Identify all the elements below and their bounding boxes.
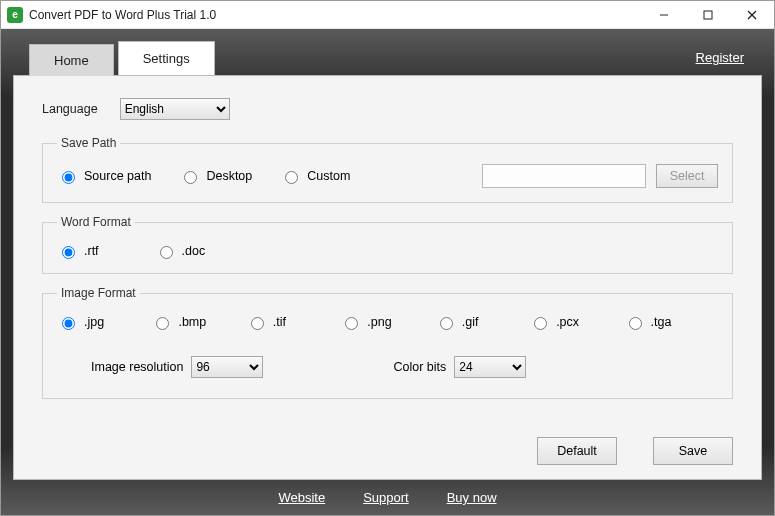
radio-doc-label: .doc [182, 244, 206, 258]
radio-png[interactable]: .png [340, 314, 434, 330]
main-chrome: Home Settings Register Language English … [1, 29, 774, 515]
imageformat-group: Image Format .jpg .bmp .tif .png .gif .p… [42, 286, 733, 399]
close-button[interactable] [730, 1, 774, 29]
radio-bmp[interactable]: .bmp [151, 314, 245, 330]
tab-settings[interactable]: Settings [118, 41, 215, 75]
savepath-legend: Save Path [57, 136, 120, 150]
language-select[interactable]: English [120, 98, 230, 120]
app-window: e Convert PDF to Word Plus Trial 1.0 Hom… [0, 0, 775, 516]
radio-rtf-label: .rtf [84, 244, 99, 258]
radio-tif-label: .tif [273, 315, 286, 329]
window-buttons [642, 1, 774, 29]
custom-path-input[interactable] [482, 164, 646, 188]
website-link[interactable]: Website [278, 490, 325, 505]
color-bits-select[interactable]: 24 [454, 356, 526, 378]
radio-custom[interactable]: Custom [280, 168, 350, 184]
footer-links: Website Support Buy now [13, 480, 762, 505]
maximize-button[interactable] [686, 1, 730, 29]
default-button[interactable]: Default [537, 437, 617, 465]
image-resolution-select[interactable]: 96 [191, 356, 263, 378]
radio-doc[interactable]: .doc [155, 243, 206, 259]
radio-jpg-label: .jpg [84, 315, 104, 329]
radio-source-path-label: Source path [84, 169, 151, 183]
titlebar: e Convert PDF to Word Plus Trial 1.0 [1, 1, 774, 29]
wordformat-group: Word Format .rtf .doc [42, 215, 733, 274]
minimize-button[interactable] [642, 1, 686, 29]
radio-source-path[interactable]: Source path [57, 168, 151, 184]
select-path-button[interactable]: Select [656, 164, 718, 188]
radio-tga-label: .tga [651, 315, 672, 329]
radio-tif[interactable]: .tif [246, 314, 340, 330]
imageformat-legend: Image Format [57, 286, 140, 300]
radio-rtf[interactable]: .rtf [57, 243, 99, 259]
action-row: Default Save [42, 427, 733, 465]
tabstrip: Home Settings Register [13, 41, 762, 75]
wordformat-legend: Word Format [57, 215, 135, 229]
language-row: Language English [42, 98, 733, 120]
image-resolution-label: Image resolution [91, 360, 183, 374]
radio-gif-label: .gif [462, 315, 479, 329]
save-button[interactable]: Save [653, 437, 733, 465]
radio-png-label: .png [367, 315, 391, 329]
radio-desktop[interactable]: Desktop [179, 168, 252, 184]
radio-pcx[interactable]: .pcx [529, 314, 623, 330]
radio-bmp-label: .bmp [178, 315, 206, 329]
svg-rect-1 [704, 11, 712, 19]
register-link[interactable]: Register [696, 50, 744, 65]
radio-gif[interactable]: .gif [435, 314, 529, 330]
tab-home[interactable]: Home [29, 44, 114, 76]
color-bits-label: Color bits [393, 360, 446, 374]
language-label: Language [42, 102, 98, 116]
buy-now-link[interactable]: Buy now [447, 490, 497, 505]
app-icon: e [7, 7, 23, 23]
radio-pcx-label: .pcx [556, 315, 579, 329]
radio-tga[interactable]: .tga [624, 314, 718, 330]
radio-custom-label: Custom [307, 169, 350, 183]
savepath-group: Save Path Source path Desktop Custom Sel… [42, 136, 733, 203]
settings-panel: Language English Save Path Source path D… [13, 75, 762, 480]
radio-jpg[interactable]: .jpg [57, 314, 151, 330]
support-link[interactable]: Support [363, 490, 409, 505]
radio-desktop-label: Desktop [206, 169, 252, 183]
window-title: Convert PDF to Word Plus Trial 1.0 [29, 8, 216, 22]
